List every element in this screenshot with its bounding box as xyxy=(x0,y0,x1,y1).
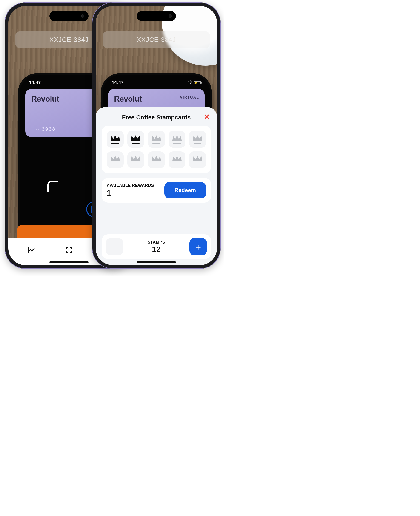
notch xyxy=(137,11,176,21)
crown-icon xyxy=(192,155,203,163)
stamp-empty xyxy=(127,151,144,168)
rewards-bar: AVAILABLE REWARDS 1 Redeem xyxy=(102,178,211,203)
crown-icon xyxy=(110,134,120,142)
stampcard-sheet: Free Coffee Stampcards ✕ AVAILABLE REWAR… xyxy=(96,107,217,265)
notch xyxy=(49,11,89,21)
inner-time: 14:47 xyxy=(112,80,123,85)
stamp-grid xyxy=(102,126,211,173)
stamp-empty xyxy=(168,131,186,148)
sheet-title: Free Coffee Stampcards xyxy=(102,114,211,121)
stamp-empty xyxy=(148,131,165,148)
crown-icon xyxy=(130,134,141,142)
crown-icon xyxy=(192,134,203,142)
inner-statusbar: 14:47 xyxy=(103,75,210,87)
rewards-label: AVAILABLE REWARDS xyxy=(107,183,154,188)
rewards-value: 1 xyxy=(107,188,154,197)
stamp-empty xyxy=(189,151,206,168)
card-last-digits: ···· 3938 xyxy=(31,126,56,132)
stamps-label: STAMPS xyxy=(148,240,165,245)
crown-icon xyxy=(151,134,162,142)
battery-icon xyxy=(194,81,201,84)
close-icon[interactable]: ✕ xyxy=(204,113,210,120)
code-badge: XXJCE-384J xyxy=(103,31,210,48)
home-indicator[interactable] xyxy=(49,261,89,263)
stamp-filled xyxy=(127,131,144,148)
stamps-value: 12 xyxy=(148,245,165,254)
inner-time: 14:47 xyxy=(29,80,41,85)
crown-icon xyxy=(172,134,182,142)
stamp-empty xyxy=(148,151,165,168)
crown-icon xyxy=(110,155,120,163)
stamp-empty xyxy=(107,151,124,168)
redeem-button[interactable]: Redeem xyxy=(164,182,206,199)
decrement-button[interactable]: − xyxy=(106,238,123,256)
wifi-icon xyxy=(188,80,193,85)
crown-icon xyxy=(151,155,162,163)
home-indicator[interactable] xyxy=(137,261,176,263)
stamp-empty xyxy=(189,131,206,148)
stamps-bar: − STAMPS 12 ＋ xyxy=(102,234,211,259)
analytics-tab-icon[interactable] xyxy=(27,246,36,254)
scan-tab-icon[interactable] xyxy=(65,246,73,254)
stamp-filled xyxy=(107,131,124,148)
svg-point-3 xyxy=(190,83,191,84)
crown-icon xyxy=(172,155,182,163)
phone-frame-right: XXJCE-384J 14:47 Revolut VIRTUAL Free Co… xyxy=(92,2,221,269)
increment-button[interactable]: ＋ xyxy=(189,238,207,256)
stamp-empty xyxy=(168,151,186,168)
crown-icon xyxy=(130,155,141,163)
card-tag: VIRTUAL xyxy=(180,95,199,99)
